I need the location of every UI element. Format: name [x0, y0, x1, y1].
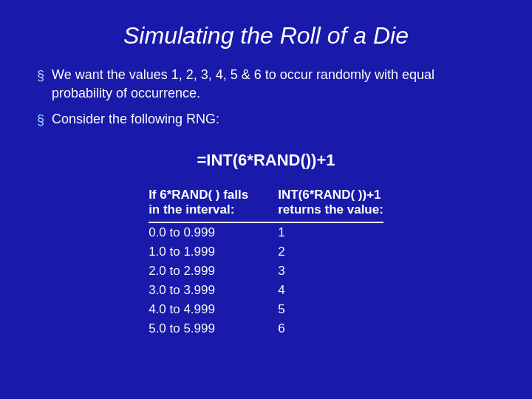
bullet-text-1: We want the values 1, 2, 3, 4, 5 & 6 to …: [52, 66, 495, 103]
interval-cell: 5.0 to 5.999: [149, 319, 278, 338]
slide: Simulating the Roll of a Die § We want t…: [0, 0, 532, 399]
bullet-icon-2: §: [37, 111, 44, 129]
table-row: 0.0 to 0.9991: [149, 222, 383, 242]
table-row: 4.0 to 4.9995: [149, 300, 383, 319]
value-cell: 1: [278, 222, 383, 242]
bullet-text-2: Consider the following RNG:: [52, 110, 219, 129]
table-header-row: If 6*RAND( ) falls in the interval: INT(…: [149, 186, 383, 222]
bullet-item-1: § We want the values 1, 2, 3, 4, 5 & 6 t…: [37, 66, 495, 103]
table-row: 2.0 to 2.9993: [149, 262, 383, 281]
interval-cell: 3.0 to 3.999: [149, 281, 278, 300]
interval-cell: 4.0 to 4.999: [149, 300, 278, 319]
table-container: If 6*RAND( ) falls in the interval: INT(…: [37, 186, 495, 338]
table-row: 1.0 to 1.9992: [149, 242, 383, 262]
bullet-list: § We want the values 1, 2, 3, 4, 5 & 6 t…: [37, 66, 495, 137]
table-row: 5.0 to 5.9996: [149, 319, 383, 338]
col2-header: INT(6*RAND( ))+1 returns the value:: [278, 186, 383, 222]
bullet-item-2: § Consider the following RNG:: [37, 110, 495, 129]
intervals-table: If 6*RAND( ) falls in the interval: INT(…: [149, 186, 383, 338]
value-cell: 2: [278, 242, 383, 262]
interval-cell: 1.0 to 1.999: [149, 242, 278, 262]
table-row: 3.0 to 3.9994: [149, 281, 383, 300]
value-cell: 6: [278, 319, 383, 338]
value-cell: 5: [278, 300, 383, 319]
bullet-icon-1: §: [37, 66, 44, 85]
value-cell: 4: [278, 281, 383, 300]
col1-header: If 6*RAND( ) falls in the interval:: [149, 186, 278, 222]
formula-text: =INT(6*RAND())+1: [37, 151, 495, 170]
interval-cell: 0.0 to 0.999: [149, 222, 278, 242]
interval-cell: 2.0 to 2.999: [149, 262, 278, 281]
slide-title: Simulating the Roll of a Die: [37, 22, 495, 50]
value-cell: 3: [278, 262, 383, 281]
